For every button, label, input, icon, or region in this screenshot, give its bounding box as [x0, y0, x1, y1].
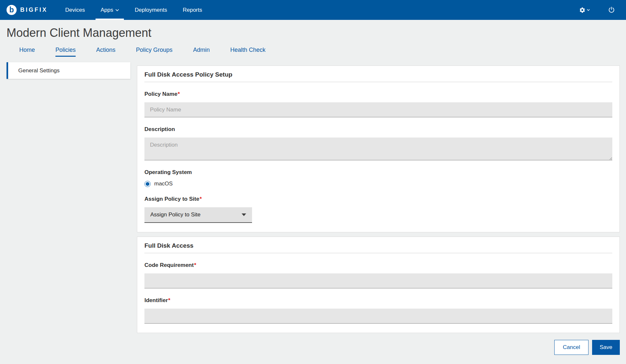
required-asterisk: * [200, 196, 202, 202]
policy-setup-card: Full Disk Access Policy Setup Policy Nam… [137, 66, 620, 232]
navbar-right [579, 0, 615, 20]
policy-name-input[interactable] [144, 102, 612, 117]
section-title: Full Disk Access [144, 242, 612, 249]
macos-radio-label: macOS [154, 181, 173, 187]
chevron-down-icon [587, 9, 590, 11]
operating-system-label: Operating System [144, 169, 612, 176]
nav-item-label: Deployments [135, 7, 167, 13]
bigfix-logo-icon: b [7, 5, 17, 15]
policy-name-group: Policy Name* [144, 91, 612, 117]
label-text: Policy Name [144, 91, 177, 97]
assign-site-dropdown[interactable]: Assign Policy to Site [144, 207, 252, 223]
gear-icon [579, 7, 586, 13]
tab-policies[interactable]: Policies [55, 47, 76, 57]
divider [144, 82, 612, 82]
logo-letter: b [9, 6, 14, 14]
settings-button[interactable] [579, 7, 590, 13]
top-navbar: b BIGFIX Devices Apps Deployments Report… [0, 0, 626, 20]
power-icon [608, 7, 615, 13]
code-requirement-group: Code Requirement* [144, 262, 612, 288]
label-text: Code Requirement [144, 262, 194, 268]
description-textarea[interactable] [144, 138, 612, 160]
chevron-down-icon [115, 9, 119, 11]
settings-sidebar: General Settings [7, 62, 130, 79]
tab-home[interactable]: Home [19, 47, 35, 57]
identifier-label: Identifier* [144, 297, 612, 304]
label-text: Operating System [144, 169, 192, 175]
label-text: Identifier [144, 297, 168, 303]
chevron-down-icon [242, 213, 246, 216]
nav-item-label: Devices [65, 7, 85, 13]
content-area: General Settings Full Disk Access Policy… [0, 57, 626, 355]
nav-item-apps[interactable]: Apps [93, 0, 127, 20]
nav-item-devices[interactable]: Devices [57, 0, 93, 20]
save-button[interactable]: Save [592, 340, 620, 355]
required-asterisk: * [168, 297, 171, 303]
macos-radio-option[interactable]: macOS [144, 181, 612, 187]
nav-item-deployments[interactable]: Deployments [127, 0, 175, 20]
code-requirement-label: Code Requirement* [144, 262, 612, 269]
label-text: Description [144, 126, 175, 132]
power-button[interactable] [608, 7, 615, 13]
assign-site-group: Assign Policy to Site* Assign Policy to … [144, 196, 612, 223]
assign-site-label: Assign Policy to Site* [144, 196, 612, 202]
sidebar-item-general-settings[interactable]: General Settings [7, 62, 130, 79]
bigfix-logo[interactable]: b BIGFIX [7, 0, 48, 20]
main-panel: Full Disk Access Policy Setup Policy Nam… [137, 62, 620, 355]
nav-item-label: Apps [100, 7, 113, 13]
macos-radio[interactable] [144, 181, 151, 187]
nav-item-label: Reports [183, 7, 202, 13]
required-asterisk: * [194, 262, 196, 268]
tab-policy-groups[interactable]: Policy Groups [136, 47, 172, 57]
label-text: Assign Policy to Site [144, 196, 199, 202]
tab-actions[interactable]: Actions [96, 47, 115, 57]
divider [144, 253, 612, 253]
cancel-button[interactable]: Cancel [554, 340, 589, 355]
brand-name: BIGFIX [20, 7, 48, 13]
description-label: Description [144, 126, 612, 133]
operating-system-group: Operating System macOS [144, 169, 612, 187]
identifier-input[interactable] [144, 309, 612, 324]
nav-item-reports[interactable]: Reports [175, 0, 210, 20]
section-title: Full Disk Access Policy Setup [144, 71, 612, 78]
page-title: Modern Client Management [7, 26, 626, 40]
sidebar-item-label: General Settings [18, 67, 60, 74]
form-actions: Cancel Save [137, 340, 620, 355]
description-group: Description [144, 126, 612, 160]
tab-admin[interactable]: Admin [193, 47, 210, 57]
code-requirement-input[interactable] [144, 273, 612, 288]
identifier-group: Identifier* [144, 297, 612, 324]
tab-bar: Home Policies Actions Policy Groups Admi… [19, 47, 626, 57]
required-asterisk: * [178, 91, 180, 97]
policy-name-label: Policy Name* [144, 91, 612, 97]
full-disk-access-card: Full Disk Access Code Requirement* Ident… [137, 237, 620, 333]
dropdown-selected-value: Assign Policy to Site [150, 211, 201, 218]
tab-health-check[interactable]: Health Check [230, 47, 265, 57]
primary-nav: Devices Apps Deployments Reports [57, 0, 210, 20]
